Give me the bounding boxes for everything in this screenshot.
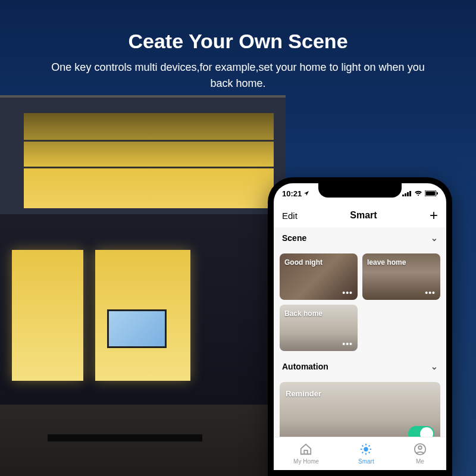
user-icon: [414, 443, 427, 457]
content-area[interactable]: Scene ⌄ Good night ••• leave home ••• Ba…: [274, 227, 446, 437]
scene-card-goodnight[interactable]: Good night •••: [280, 253, 358, 300]
location-icon: [303, 189, 309, 198]
chevron-down-icon: ⌄: [431, 233, 438, 243]
page-title: Smart: [350, 210, 377, 221]
section-header-scene[interactable]: Scene ⌄: [274, 227, 446, 249]
svg-line-12: [362, 445, 364, 446]
more-icon[interactable]: •••: [342, 339, 353, 349]
tab-me[interactable]: Me: [414, 443, 427, 465]
hero-subtitle: One key controls multi devices,for examp…: [48, 60, 428, 92]
signal-icon: [402, 190, 412, 196]
svg-rect-3: [409, 191, 411, 196]
scene-grid: Good night ••• leave home ••• Back home …: [274, 249, 446, 356]
automation-card-reminder[interactable]: Reminder: [280, 382, 440, 437]
house-illustration: [0, 95, 298, 476]
svg-rect-1: [405, 193, 406, 196]
svg-line-14: [362, 452, 364, 453]
battery-icon: [425, 190, 438, 196]
phone-frame: 10:21 Edit Smart +: [268, 177, 452, 476]
tab-label: Me: [416, 458, 424, 465]
svg-rect-6: [437, 192, 438, 195]
tab-label: Smart: [358, 458, 374, 465]
section-scene-label: Scene: [282, 233, 306, 243]
section-automation-label: Automation: [282, 362, 328, 371]
phone-notch: [318, 183, 402, 198]
svg-rect-0: [402, 195, 404, 196]
tab-bar: My Home Smart Me: [274, 437, 446, 470]
app-header: Edit Smart +: [274, 203, 446, 227]
smart-icon: [359, 443, 372, 457]
scene-label: Back home: [284, 309, 322, 318]
status-time: 10:21: [282, 189, 302, 198]
scene-label: leave home: [367, 258, 406, 267]
phone-screen: 10:21 Edit Smart +: [274, 183, 446, 470]
scene-card-back-home[interactable]: Back home •••: [280, 305, 358, 351]
scene-label: Good night: [284, 258, 322, 267]
wifi-icon: [414, 190, 422, 196]
svg-point-17: [418, 446, 422, 450]
more-icon[interactable]: •••: [425, 288, 436, 298]
svg-rect-5: [426, 192, 436, 196]
add-button[interactable]: +: [430, 207, 438, 224]
home-icon: [299, 443, 312, 457]
tab-my-home[interactable]: My Home: [293, 443, 319, 465]
tab-smart[interactable]: Smart: [358, 443, 374, 465]
svg-rect-2: [407, 192, 409, 196]
hero-title: Ceate Your Own Scene: [0, 30, 476, 53]
svg-line-13: [369, 452, 370, 453]
more-icon[interactable]: •••: [342, 288, 353, 298]
tab-label: My Home: [293, 458, 319, 465]
section-header-automation[interactable]: Automation ⌄: [274, 356, 446, 377]
chevron-down-icon: ⌄: [431, 362, 438, 371]
svg-point-7: [364, 447, 368, 451]
svg-line-15: [369, 445, 370, 446]
scene-card-leave-home[interactable]: leave home •••: [362, 253, 440, 300]
edit-button[interactable]: Edit: [282, 211, 298, 221]
automation-toggle[interactable]: [408, 426, 434, 437]
automation-label: Reminder: [286, 389, 321, 398]
